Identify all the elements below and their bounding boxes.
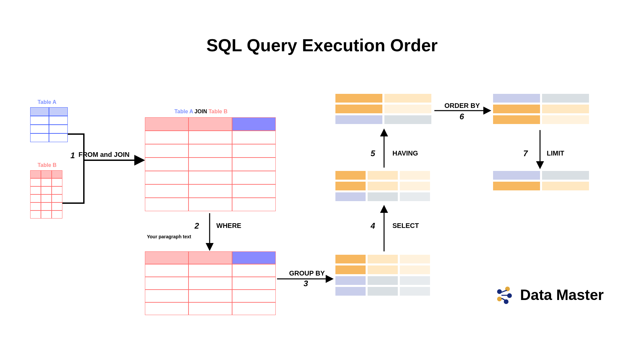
- step-4-number: 4: [371, 221, 375, 231]
- step-5-number: 5: [371, 149, 375, 158]
- join-label: Table A JOIN Table B: [174, 109, 227, 115]
- table-b-label: Table B: [38, 162, 57, 168]
- join-label-a: Table A: [174, 109, 193, 114]
- step-3-number: 3: [304, 279, 308, 288]
- brand-logo: Data Master: [495, 285, 604, 305]
- step-1-label: FROM and JOIN: [78, 151, 129, 159]
- step-1-number: 1: [70, 151, 75, 160]
- joined-table: [145, 117, 276, 211]
- diagram-title: SQL Query Execution Order: [0, 35, 644, 55]
- step-7-label: LIMIT: [547, 149, 564, 157]
- step-6-label: ORDER BY: [444, 102, 480, 110]
- diagram-canvas: SQL Query Execution Order Table A Table …: [0, 0, 644, 362]
- step-5-label: HAVING: [392, 149, 418, 157]
- table-a-label: Table A: [38, 99, 56, 105]
- step-7-number: 7: [523, 149, 528, 158]
- svg-point-1: [497, 297, 502, 301]
- step-2-label: WHERE: [216, 222, 241, 230]
- svg-point-0: [497, 289, 502, 294]
- join-label-mid: JOIN: [193, 109, 208, 114]
- having-table: [335, 94, 433, 126]
- join-label-b: Table B: [209, 109, 228, 114]
- groupby-table: [335, 255, 432, 298]
- orderby-table: [493, 94, 591, 126]
- step-6-number: 6: [460, 112, 464, 121]
- table-a: [30, 107, 68, 142]
- step-2-number: 2: [195, 221, 199, 231]
- step-4-label: SELECT: [392, 222, 419, 230]
- table-b: [30, 170, 62, 219]
- filtered-table: [145, 251, 276, 315]
- step-2-caption: Your paragraph text: [147, 234, 191, 239]
- step-3-label: GROUP BY: [289, 269, 325, 277]
- brand-logo-icon: [495, 285, 515, 305]
- limit-table: [493, 171, 591, 192]
- select-table: [335, 171, 432, 203]
- brand-name: Data Master: [520, 287, 604, 303]
